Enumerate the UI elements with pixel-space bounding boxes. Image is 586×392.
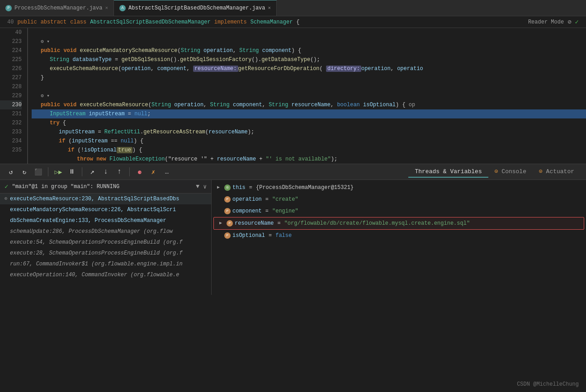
var-expand-this[interactable]: ▶ xyxy=(217,183,222,192)
code-line-227: } xyxy=(32,73,586,82)
debug-tab-actuator[interactable]: ⊙ Actuator xyxy=(533,166,581,178)
expand-icon[interactable]: ∨ xyxy=(203,183,207,190)
var-name-resourcename: resourceName xyxy=(235,219,274,228)
thread-label: "main"@1 in group "main": RUNNING xyxy=(12,184,119,190)
debug-panel: ✓ "main"@1 in group "main": RUNNING ▼ ∨ … xyxy=(0,180,586,295)
debug-toolbar: ↺ ↻ ⬛ ▷▶ ⏸ ↗ ↓ ↑ ⚈ ✗ … Threads & Variabl… xyxy=(0,164,586,180)
debug-btn-mute[interactable]: ✗ xyxy=(148,166,159,177)
ln-226: 226 xyxy=(0,64,22,73)
ln-227: 227 xyxy=(0,73,22,82)
var-item-component: P component = "engine" xyxy=(212,205,586,217)
debug-tab-console-label: Console xyxy=(501,168,526,175)
line-numbers: 40 223 224 225 226 227 228 229 230 231 2… xyxy=(0,28,27,164)
code-line-224: public void executeMandatorySchemaResour… xyxy=(32,46,586,55)
debug-btn-step-over[interactable]: ↗ xyxy=(87,166,98,177)
debug-tab-threads-label: Threads & Variables xyxy=(415,168,482,175)
var-expand-isoptional[interactable] xyxy=(217,231,222,240)
check-icon: ✓ xyxy=(575,18,579,26)
stack-name-7: executeOperation:140, CommandInvoker (or… xyxy=(10,271,179,279)
debug-btn-stop[interactable]: ⬛ xyxy=(33,166,43,177)
call-stack-item-1[interactable]: executeMandatorySchemaResource:226, Abst… xyxy=(0,204,211,215)
reader-mode-label[interactable]: Reader Mode xyxy=(528,19,564,25)
implements-kw: implements xyxy=(214,19,247,25)
var-item-operation: P operation = "create" xyxy=(212,194,586,205)
ln-229: 229 xyxy=(0,91,22,100)
call-stack-item-7[interactable]: executeOperation:140, CommandInvoker (or… xyxy=(0,269,211,280)
code-line-228 xyxy=(32,82,586,91)
debug-left-panel: ✓ "main"@1 in group "main": RUNNING ▼ ∨ … xyxy=(0,180,212,295)
call-stack-item-2[interactable]: dbSchemaCreateEngine:133, ProcessDbSchem… xyxy=(0,215,211,226)
debug-btn-breakpoints[interactable]: ⚈ xyxy=(134,166,145,177)
reader-mode-icon[interactable]: ⊘ xyxy=(567,18,571,26)
debug-tab-console-icon: ⊙ xyxy=(495,168,498,175)
debug-btn-resume[interactable]: ▷▶ xyxy=(53,166,64,177)
stack-name-1: executeMandatorySchemaResource:226, Abst… xyxy=(10,206,176,214)
ln-228: 228 xyxy=(0,82,22,91)
var-name-operation: operation xyxy=(232,195,262,204)
stack-arrow-0: ⊙ xyxy=(5,195,7,203)
tab-abstractsqlscript[interactable]: A AbstractSqlScriptBasedDbSchemaManager.… xyxy=(114,0,277,16)
code-line-40 xyxy=(32,28,586,37)
var-eq-isoptional: = xyxy=(269,231,272,240)
debug-tab-threads[interactable]: Threads & Variables xyxy=(408,166,488,178)
debug-btn-pause[interactable]: ⏸ xyxy=(66,166,77,177)
debug-tab-actuator-label: Actuator xyxy=(546,168,574,175)
debug-right-panel: ▶ ⊟ this = {ProcessDbSchemaManager@15321… xyxy=(212,180,586,295)
tab-close-1[interactable]: × xyxy=(105,5,108,11)
code-content: ⚙ ▾ public void executeMandatorySchemaRe… xyxy=(27,28,586,164)
ln-233: 233 xyxy=(0,128,22,137)
var-value-operation: "create" xyxy=(272,195,298,204)
editor-body: 40 223 224 225 226 227 228 229 230 231 2… xyxy=(0,28,586,164)
tab-icon-2: A xyxy=(119,5,126,11)
brace-open: { xyxy=(296,19,299,25)
code-line-229-annotation: ⚙ ▾ xyxy=(32,91,586,100)
var-expand-component[interactable] xyxy=(217,207,222,216)
tab-icon-1: P xyxy=(5,5,12,11)
call-stack-item-6[interactable]: run:67, CommandInvoker$1 (org.flowable.e… xyxy=(0,259,211,269)
var-icon-operation: P xyxy=(224,196,231,203)
call-stack-item-0[interactable]: ⊙ executeSchemaResource:230, AbstractSql… xyxy=(0,194,211,204)
debug-tabs: Threads & Variables ⊙ Console ⊙ Actuator xyxy=(408,166,581,178)
code-line-226: executeSchemaResource(operation, compone… xyxy=(32,64,586,73)
debug-btn-step-into[interactable]: ↓ xyxy=(100,166,111,177)
stack-name-0: executeSchemaResource:230, AbstractSqlSc… xyxy=(10,195,179,203)
debug-sep-1 xyxy=(48,167,48,176)
debug-tab-console[interactable]: ⊙ Console xyxy=(488,166,533,178)
call-stack-item-5[interactable]: execute:28, SchemaOperationsProcessEngin… xyxy=(0,248,211,259)
line-number-header: 40 xyxy=(7,19,14,25)
tab-processdbschema[interactable]: P ProcessDbSchemaManager.java × xyxy=(0,0,114,16)
thread-check-icon: ✓ xyxy=(5,183,8,190)
stack-name-6: run:67, CommandInvoker$1 (org.flowable.e… xyxy=(10,260,183,268)
debug-btn-forward[interactable]: ↻ xyxy=(19,166,30,177)
ln-230: 230 xyxy=(0,100,22,109)
tab-label-2: AbstractSqlScriptBasedDbSchemaManager.ja… xyxy=(128,5,265,11)
var-expand-operation[interactable] xyxy=(217,195,222,204)
var-value-component: "engine" xyxy=(272,207,298,216)
var-item-resourcename: ▶ P resourceName = "org/flowable/db/crea… xyxy=(213,217,584,230)
var-name-isoptional: isOptional xyxy=(232,231,265,240)
var-value-resourcename: "org/flowable/db/create/flowable.mysql.c… xyxy=(284,219,470,228)
filter-icon[interactable]: ▼ xyxy=(196,183,199,190)
tab-label-1: ProcessDbSchemaManager.java xyxy=(14,5,102,11)
ln-234: 234 xyxy=(0,137,22,146)
var-icon-resourcename: P xyxy=(227,220,233,227)
debug-btn-step-out[interactable]: ↑ xyxy=(114,166,125,177)
var-expand-resourcename[interactable]: ▶ xyxy=(219,219,225,228)
class-name: AbstractSqlScriptBasedDbSchemaManager xyxy=(90,19,210,25)
var-name-this: this xyxy=(232,183,246,192)
stack-arrow-2 xyxy=(5,217,7,225)
ln-235: 235 xyxy=(0,146,22,155)
var-eq-operation: = xyxy=(265,195,269,204)
tab-close-2[interactable]: × xyxy=(268,5,271,11)
stack-name-2: dbSchemaCreateEngine:133, ProcessDbSchem… xyxy=(10,217,166,225)
stack-arrow-7 xyxy=(5,271,7,279)
code-line-231: try { xyxy=(32,118,586,128)
debug-left-header: ✓ "main"@1 in group "main": RUNNING ▼ ∨ xyxy=(0,180,211,194)
debug-btn-more[interactable]: … xyxy=(161,166,172,177)
var-item-this: ▶ ⊟ this = {ProcessDbSchemaManager@15321… xyxy=(212,182,586,194)
call-stack-item-3[interactable]: schemaUpdate:286, ProcessDbSchemaManager… xyxy=(0,226,211,237)
debug-btn-restart[interactable]: ↺ xyxy=(5,166,16,177)
var-item-isoptional: P isOptional = false xyxy=(212,230,586,241)
var-eq-resourcename: = xyxy=(277,219,280,228)
call-stack-item-4[interactable]: execute:54, SchemaOperationsProcessEngin… xyxy=(0,237,211,248)
